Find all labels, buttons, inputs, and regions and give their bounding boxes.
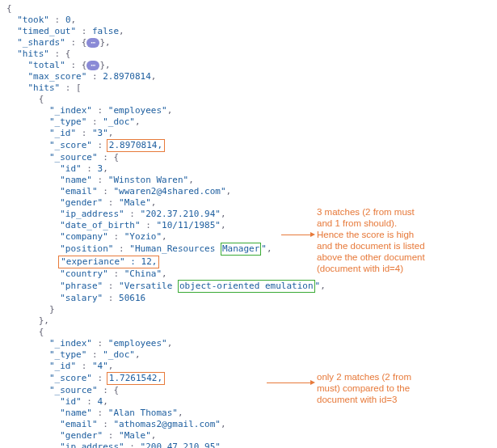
fold-icon[interactable]: ⋯ bbox=[86, 61, 99, 70]
score-highlight: 2.8970814, bbox=[107, 139, 165, 152]
key-hits: "hits" bbox=[17, 49, 49, 59]
experience-highlight: "experiance" : 12, bbox=[58, 256, 159, 268]
fold-icon[interactable]: ⋯ bbox=[86, 38, 99, 48]
key-timed-out: "timed_out" bbox=[17, 26, 76, 36]
arrow-icon bbox=[281, 235, 310, 235]
arrow-icon bbox=[267, 382, 310, 383]
annotation-note-2: only 2 matches (2 from must) compared to… bbox=[317, 371, 478, 405]
key-max-score: "max_score" bbox=[28, 71, 87, 82]
score-highlight: 1.7261542, bbox=[107, 372, 165, 385]
match-highlight: Manager bbox=[221, 243, 261, 256]
annotation-note-1: 3 matches (2 from must and 1 from should… bbox=[317, 206, 478, 274]
key-total: "total" bbox=[28, 60, 65, 70]
key-took: "took" bbox=[17, 15, 49, 25]
key-shards: "_shards" bbox=[17, 37, 65, 48]
match-highlight: object-oriented emulation bbox=[178, 280, 315, 293]
